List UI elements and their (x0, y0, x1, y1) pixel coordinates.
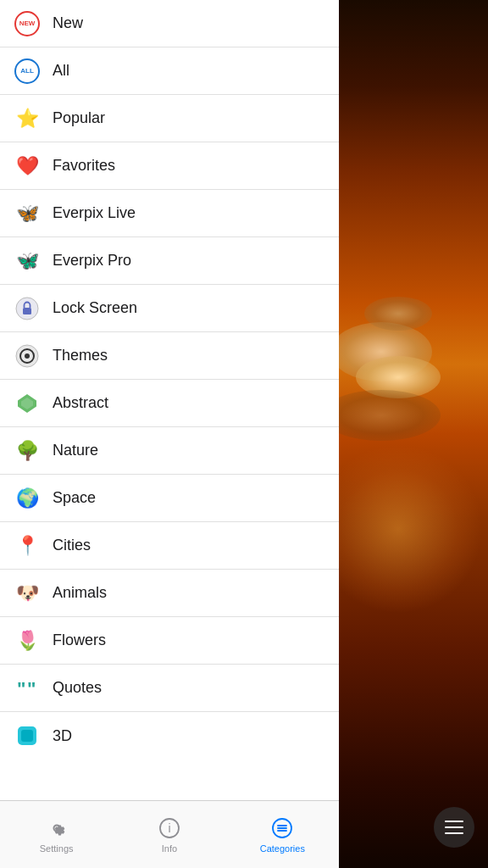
tab-settings[interactable]: Settings (0, 801, 113, 868)
menu-label-cities: Cities (53, 537, 91, 554)
menu-item-lock-screen[interactable]: Lock Screen (0, 285, 339, 332)
hamburger-line-3 (445, 832, 463, 834)
menu-item-animals[interactable]: 🐶 Animals (0, 570, 339, 617)
menu-item-favorites[interactable]: ❤️ Favorites (0, 142, 339, 190)
menu-label-all: All (53, 62, 69, 80)
everpix-live-icon: 🦋 (14, 200, 41, 227)
hamburger-line-2 (445, 826, 463, 828)
menu-label-new: New (53, 14, 83, 32)
left-panel: NEW New ALL All ⭐ Popular ❤️ Favorites 🦋… (0, 0, 339, 868)
menu-label-themes: Themes (53, 347, 108, 364)
menu-label-everpix-pro: Everpix Pro (53, 252, 131, 270)
cloud-3 (364, 297, 432, 331)
menu-item-everpix-pro[interactable]: 🦋 Everpix Pro (0, 237, 339, 285)
cloud-4 (339, 390, 441, 441)
sun-glow (339, 444, 483, 614)
menu-label-favorites: Favorites (53, 157, 115, 175)
menu-label-flowers: Flowers (53, 632, 106, 649)
menu-item-new[interactable]: NEW New (0, 0, 339, 47)
quotes-icon: " " (14, 675, 41, 702)
space-icon: 🌍 (14, 485, 41, 512)
menu-label-quotes: Quotes (53, 679, 102, 697)
menu-item-flowers[interactable]: 🌷 Flowers (0, 617, 339, 665)
svg-text:": " (27, 678, 36, 699)
info-tab-label: Info (162, 843, 177, 854)
menu-label-animals: Animals (53, 584, 107, 602)
categories-tab-label: Categories (260, 843, 305, 854)
tab-info[interactable]: i Info (113, 801, 225, 868)
settings-tab-label: Settings (40, 843, 74, 854)
menu-label-3d: 3D (53, 727, 72, 745)
info-tab-icon: i (158, 816, 181, 840)
cities-icon: 📍 (14, 532, 41, 559)
wallpaper-preview (339, 0, 488, 868)
menu-item-cities[interactable]: 📍 Cities (0, 522, 339, 570)
svg-point-4 (25, 353, 30, 359)
menu-label-popular: Popular (53, 109, 105, 127)
3d-icon (14, 722, 41, 749)
svg-rect-1 (23, 308, 31, 314)
nature-icon: 🌳 (14, 437, 41, 465)
new-icon: NEW (14, 10, 41, 37)
tab-bar: Settings i Info Categories (0, 800, 339, 868)
menu-label-abstract: Abstract (53, 394, 108, 412)
menu-item-3d[interactable]: 3D (0, 712, 339, 760)
favorites-icon: ❤️ (14, 153, 41, 180)
menu-label-lock-screen: Lock Screen (53, 299, 137, 317)
menu-item-themes[interactable]: Themes (0, 332, 339, 380)
menu-label-everpix-live: Everpix Live (53, 204, 136, 222)
settings-tab-icon (45, 816, 69, 840)
menu-item-nature[interactable]: 🌳 Nature (0, 427, 339, 475)
hamburger-line-1 (445, 821, 463, 822)
menu-item-everpix-live[interactable]: 🦋 Everpix Live (0, 190, 339, 237)
hamburger-button[interactable] (434, 807, 474, 848)
menu-label-space: Space (53, 489, 96, 507)
tab-categories[interactable]: Categories (226, 801, 339, 868)
menu-item-quotes[interactable]: " " Quotes (0, 665, 339, 712)
popular-icon: ⭐ (14, 105, 41, 132)
abstract-icon (14, 390, 41, 417)
menu-item-space[interactable]: 🌍 Space (0, 475, 339, 522)
flowers-icon: 🌷 (14, 627, 41, 654)
everpix-pro-icon: 🦋 (14, 248, 41, 275)
themes-icon (14, 342, 41, 370)
menu-item-all[interactable]: ALL All (0, 47, 339, 95)
all-icon: ALL (14, 58, 41, 85)
menu-item-popular[interactable]: ⭐ Popular (0, 95, 339, 142)
menu-label-nature: Nature (53, 442, 98, 459)
svg-text:i: i (168, 821, 170, 835)
lock-screen-icon (14, 295, 41, 322)
categories-tab-icon (270, 816, 294, 840)
menu-list: NEW New ALL All ⭐ Popular ❤️ Favorites 🦋… (0, 0, 339, 800)
svg-rect-10 (21, 730, 33, 742)
animals-icon: 🐶 (14, 580, 41, 607)
svg-text:": " (17, 678, 25, 699)
menu-item-abstract[interactable]: Abstract (0, 380, 339, 427)
